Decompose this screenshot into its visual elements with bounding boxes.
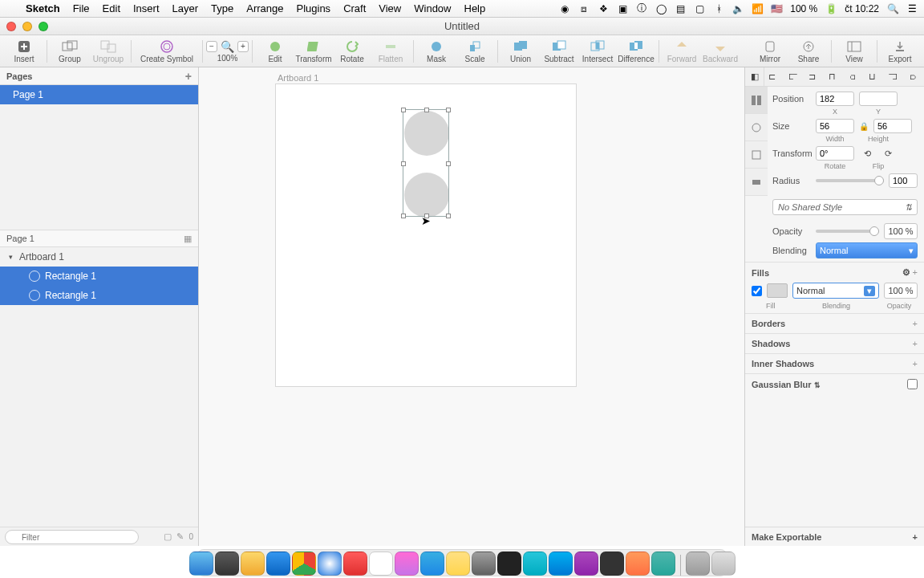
inner-shadows-section-header[interactable]: Inner Shadows+ [745, 353, 924, 373]
opacity-value[interactable]: 100 % [884, 223, 918, 239]
display-icon[interactable]: ▢ [694, 3, 705, 14]
window-close-button[interactable] [6, 22, 16, 31]
blur-enabled-checkbox[interactable] [907, 379, 918, 389]
dock-app-itunes[interactable] [395, 552, 419, 576]
align-vcenter-icon[interactable]: ⫏ [849, 71, 860, 83]
blending-select[interactable]: Normal▾ [816, 242, 918, 258]
dock-app[interactable] [651, 552, 675, 576]
bluetooth-icon[interactable]: ᚼ [713, 3, 724, 14]
dock-app[interactable] [626, 552, 650, 576]
rotate-button[interactable]: Rotate [333, 36, 371, 67]
make-exportable-button[interactable]: Make Exportable+ [745, 527, 924, 546]
layer-filter-input[interactable] [5, 530, 139, 544]
position-x-input[interactable] [816, 92, 854, 106]
layer-item[interactable]: Rectangle 1 [0, 286, 198, 305]
menubar-clock[interactable]: čt 10:22 [845, 3, 879, 14]
dock-app-safari[interactable] [318, 552, 342, 576]
inspector-tab-4[interactable] [745, 169, 768, 196]
flag-icon[interactable]: 🇺🇸 [771, 3, 782, 14]
page-item[interactable]: Page 1 [0, 85, 198, 104]
align-top-icon[interactable]: ⊓ [829, 71, 840, 83]
battery-icon[interactable]: 🔋 [825, 3, 837, 14]
disclosure-triangle-icon[interactable]: ▾ [6, 253, 14, 261]
menu-craft[interactable]: Craft [343, 2, 366, 14]
scale-button[interactable]: Scale [456, 36, 494, 67]
dock-app-notes[interactable] [446, 552, 470, 576]
shadows-section-header[interactable]: Shadows+ [745, 333, 924, 353]
layer-item[interactable]: Rectangle 1 [0, 267, 198, 286]
dock-app-chrome[interactable] [292, 552, 316, 576]
inspector-tab-2[interactable] [745, 114, 768, 141]
dock-app[interactable] [343, 552, 367, 576]
layer-artboard[interactable]: ▾ Artboard 1 [0, 247, 198, 267]
distribute-v-icon[interactable]: ⫐ [909, 71, 920, 83]
position-y-input[interactable] [859, 92, 898, 106]
align-right-icon[interactable]: ⊐ [808, 71, 820, 83]
window-zoom-button[interactable] [38, 22, 48, 31]
add-border-button[interactable]: + [913, 319, 918, 328]
flip-h-icon[interactable]: ⟲ [859, 149, 875, 159]
width-input[interactable] [816, 119, 854, 133]
rotate-input[interactable] [816, 146, 854, 161]
dock-app[interactable] [215, 552, 239, 576]
status-icon-2[interactable]: ▣ [617, 3, 628, 14]
mask-button[interactable]: Mask [417, 36, 456, 67]
align-left-icon[interactable]: ⊏ [768, 71, 780, 83]
dock-folder[interactable] [686, 552, 710, 576]
dock-app[interactable] [472, 552, 496, 576]
fill-blend-select[interactable]: Normal▾ [792, 283, 879, 299]
notification-center-icon[interactable]: ☰ [906, 3, 918, 14]
dock-app[interactable] [266, 552, 290, 576]
app-menu[interactable]: Sketch [26, 2, 60, 14]
filter-export-icon[interactable]: ✎ [176, 531, 184, 542]
record-icon[interactable]: ◉ [559, 3, 570, 14]
flip-v-icon[interactable]: ⟳ [880, 149, 896, 159]
menu-plugins[interactable]: Plugins [296, 2, 330, 14]
dropbox-icon[interactable]: ⧈ [578, 3, 590, 14]
edit-button[interactable]: Edit [256, 36, 294, 67]
align-bottom-icon[interactable]: ⊔ [869, 71, 880, 83]
radius-slider[interactable] [816, 179, 884, 182]
distribute-h-icon[interactable]: ⫎ [889, 71, 900, 83]
dock-app-github[interactable] [600, 552, 624, 576]
menu-insert[interactable]: Insert [133, 2, 160, 14]
inspector-tab-3[interactable] [745, 141, 768, 169]
artboard-label[interactable]: Artboard 1 [278, 73, 318, 83]
status-icon-4[interactable]: ◯ [655, 3, 667, 14]
fills-section-header[interactable]: Fills⚙ + [745, 262, 924, 283]
ungroup-button[interactable]: Ungroup [89, 36, 128, 67]
shared-style-select[interactable]: No Shared Style⇅ [772, 199, 918, 215]
dock-app[interactable] [523, 552, 547, 576]
dock-app-sketch[interactable] [241, 552, 265, 576]
menu-edit[interactable]: Edit [103, 2, 120, 14]
dock-app[interactable] [574, 552, 598, 576]
dock-app-terminal[interactable] [497, 552, 521, 576]
dock-app-appstore[interactable] [420, 552, 444, 576]
menu-window[interactable]: Window [414, 2, 451, 14]
status-icon-3[interactable]: ⓘ [636, 3, 647, 14]
fill-color-swatch[interactable] [767, 283, 788, 298]
forward-button[interactable]: Forward [663, 36, 701, 67]
align-hcenter-icon[interactable]: ⫍ [788, 71, 800, 83]
wifi-icon[interactable]: 📶 [752, 3, 763, 14]
add-fill-button[interactable]: + [913, 267, 918, 277]
filter-slice-icon[interactable]: ▢ [164, 531, 172, 542]
menu-arrange[interactable]: Arrange [246, 2, 283, 14]
volume-icon[interactable]: 🔈 [732, 3, 744, 14]
intersect-button[interactable]: Intersect [578, 36, 617, 67]
add-page-button[interactable]: + [185, 70, 192, 83]
radius-input[interactable] [889, 173, 918, 188]
subtract-button[interactable]: Subtract [540, 36, 578, 67]
menu-view[interactable]: View [379, 2, 401, 14]
add-shadow-button[interactable]: + [913, 339, 918, 348]
status-icon-5[interactable]: ▤ [675, 3, 686, 14]
window-minimize-button[interactable] [22, 22, 32, 31]
canvas[interactable]: Artboard 1 ➤ [199, 67, 744, 546]
menu-help[interactable]: Help [464, 2, 486, 14]
create-symbol-button[interactable]: Create Symbol [135, 36, 199, 67]
menu-file[interactable]: File [73, 2, 90, 14]
union-button[interactable]: Union [501, 36, 540, 67]
blur-section-header[interactable]: Gaussian Blur ⇅ [745, 373, 924, 394]
selection-box[interactable] [403, 109, 449, 217]
menu-layer[interactable]: Layer [172, 2, 199, 14]
